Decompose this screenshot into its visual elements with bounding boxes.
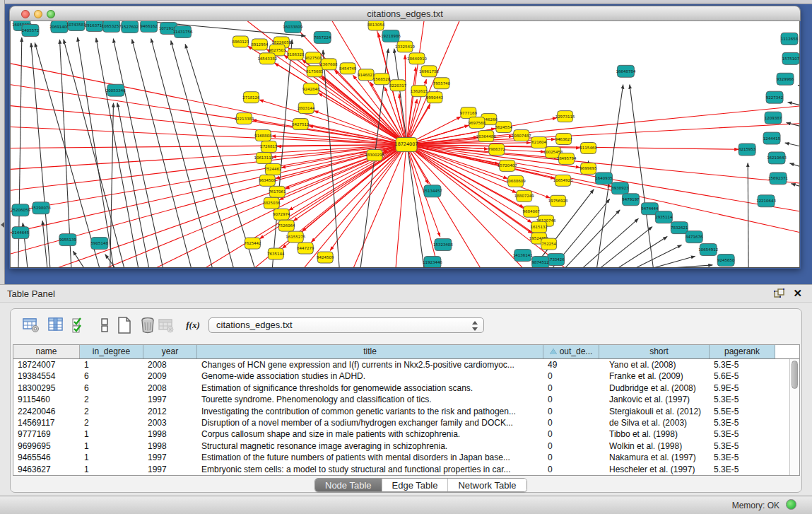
graph-edge[interactable] (151, 39, 213, 267)
graph-node[interactable]: 1209387 (765, 112, 782, 124)
graph-node[interactable]: 9699695 (579, 163, 596, 174)
graph-node[interactable]: 16543382 (257, 53, 277, 64)
table-selector-dropdown[interactable]: citations_edges.txt (208, 317, 484, 333)
graph-node[interactable]: 15298078 (31, 202, 51, 214)
graph-node[interactable]: 7986372 (488, 144, 505, 156)
graph-node[interactable]: 752254 (541, 238, 557, 250)
graph-edge[interactable] (635, 245, 681, 267)
graph-edge[interactable] (748, 163, 748, 267)
graph-node[interactable]: 2718126 (242, 92, 260, 103)
graph-edge[interactable] (630, 85, 653, 267)
graph-node[interactable]: 7857224 (314, 31, 331, 43)
create-column-icon[interactable] (115, 316, 134, 334)
graph-node[interactable]: 7625442 (244, 238, 261, 249)
graph-node[interactable]: 8220317 (389, 80, 407, 91)
graph-node[interactable]: 9055139 (59, 234, 77, 246)
graph-node[interactable]: 7524462 (264, 163, 281, 175)
graph-node[interactable]: 11431756 (173, 25, 193, 37)
graph-node[interactable]: 9115460 (579, 143, 597, 154)
graph-node[interactable]: 9697568 (469, 117, 486, 129)
column-header-year[interactable]: year (143, 345, 197, 358)
graph-node[interactable]: 1362615 (411, 86, 428, 97)
graph-node[interactable]: 9227342 (766, 91, 783, 103)
graph-node[interactable]: 12210643 (756, 195, 776, 207)
graph-node[interactable]: 19218986 (381, 30, 401, 42)
graph-node[interactable]: 16033809 (283, 21, 302, 33)
graph-node[interactable]: 8825036 (263, 197, 281, 209)
graph-node[interactable]: 18640910 (407, 53, 427, 64)
graph-node[interactable]: 9684067 (522, 206, 540, 217)
graph-node[interactable]: 20364486 (476, 131, 496, 142)
close-panel-icon[interactable]: ✕ (793, 287, 802, 300)
graph-node[interactable]: 1733426 (547, 254, 565, 266)
tab-network-table[interactable]: Network Table (447, 479, 526, 491)
graph-node[interactable]: 2367608 (320, 59, 338, 70)
graph-node[interactable]: 10807487 (512, 130, 531, 141)
graph-node[interactable]: 1527602 (122, 21, 139, 33)
graph-edge[interactable] (96, 38, 139, 267)
graph-node[interactable]: 5905148 (91, 238, 109, 250)
select-columns-icon[interactable] (70, 316, 88, 334)
graph-edge[interactable] (64, 40, 124, 267)
graph-edge[interactable] (396, 144, 406, 267)
graph-node[interactable]: 9242848 (302, 83, 320, 95)
column-header-title[interactable]: title (197, 345, 543, 358)
graph-node[interactable]: 7955740 (433, 78, 451, 89)
column-header-pagerank[interactable]: pagerank (710, 345, 775, 358)
graph-node[interactable]: 15323408 (433, 239, 453, 251)
graph-edge[interactable] (601, 227, 652, 267)
graph-node[interactable]: 18495794 (557, 153, 577, 164)
graph-node[interactable]: 9634508 (259, 175, 276, 186)
graph-node[interactable]: 16210643 (767, 152, 787, 164)
graph-edge[interactable] (11, 106, 406, 145)
table-row[interactable]: 911546021997Tourette syndrome. Phenomeno… (13, 394, 799, 405)
graph-node[interactable]: 8860123 (232, 36, 249, 47)
graph-edge[interactable] (671, 265, 712, 267)
table-settings-icon[interactable] (22, 316, 40, 334)
graph-node[interactable]: 8912954 (251, 39, 269, 50)
graph-node[interactable]: 10654912 (698, 244, 718, 256)
graph-node[interactable]: 18807249 (514, 190, 534, 201)
graph-edge[interactable] (78, 37, 114, 267)
graph-edge[interactable] (110, 103, 114, 267)
graph-node[interactable]: 9168808 (254, 130, 272, 141)
graph-edge[interactable] (653, 256, 695, 267)
graph-node[interactable]: 7617061 (269, 186, 286, 197)
graph-node[interactable]: 11923446 (423, 257, 442, 267)
graph-node[interactable]: 10613111 (254, 152, 273, 163)
graph-node[interactable]: 9146821 (358, 69, 375, 81)
graph-node[interactable]: 9874512 (531, 257, 548, 267)
graph-edge[interactable] (171, 40, 234, 267)
graph-node[interactable]: 8186328 (287, 49, 305, 60)
graph-node[interactable]: 12213383 (234, 113, 254, 124)
column-header-short[interactable]: short (599, 345, 710, 358)
table-row[interactable]: 1456911722003Disruption of a novel membe… (13, 417, 799, 428)
graph-node[interactable]: 1615132 (530, 221, 547, 233)
graph-edge[interactable] (319, 93, 406, 145)
graph-node[interactable]: 16648784 (616, 65, 636, 77)
column-header-in-degree[interactable]: in_degree (80, 345, 143, 358)
graph-node[interactable]: 1568520 (373, 74, 391, 85)
table-row[interactable]: 1830029562008Estimation of significance … (13, 382, 799, 394)
graph-edge[interactable] (113, 39, 163, 267)
graph-node[interactable]: 8215953 (739, 144, 756, 156)
graph-node[interactable]: 2144645 (12, 227, 29, 239)
graph-node[interactable]: 2935114 (655, 211, 673, 223)
graph-node[interactable]: 1640935 (595, 173, 612, 185)
graph-edge[interactable] (117, 103, 149, 267)
graph-node[interactable]: 9463627 (555, 134, 572, 145)
graph-node[interactable]: 8471676 (686, 231, 703, 243)
table-row[interactable]: 1872400712008Changes of HCN gene express… (13, 359, 799, 370)
tab-node-table[interactable]: Node Table (315, 479, 382, 491)
graph-node[interactable]: 9072974 (273, 209, 290, 220)
table-row[interactable]: 1938455462009Genome-wide association stu… (13, 370, 799, 382)
table-row[interactable]: 946362711997Embryonic stem cells: a mode… (13, 464, 799, 475)
graph-node[interactable]: 1244415 (763, 132, 780, 144)
column-header-out-degree[interactable]: out_de... (543, 345, 599, 358)
graph-node[interactable]: 10688609 (506, 175, 526, 187)
graph-node[interactable]: 19756928 (548, 195, 568, 206)
graph-node[interactable]: 15134457 (423, 185, 442, 197)
graph-edge[interactable] (31, 43, 50, 267)
graph-edge[interactable] (798, 85, 799, 89)
graph-node[interactable]: 8938923 (611, 182, 629, 194)
